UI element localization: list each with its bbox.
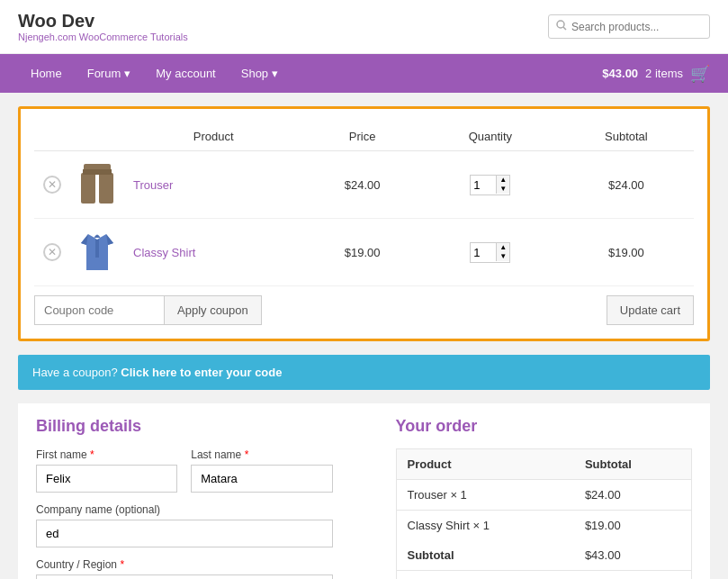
order-item-name: Classy Shirt × 1 bbox=[396, 511, 574, 541]
order-subtotal-row: Subtotal $43.00 bbox=[396, 540, 692, 571]
billing-section: Billing details First name * Last name * bbox=[18, 403, 351, 579]
subtotal-value: $43.00 bbox=[574, 540, 692, 571]
first-name-field: First name * bbox=[36, 448, 177, 493]
col-quantity: Quantity bbox=[422, 122, 559, 151]
required-star: * bbox=[90, 448, 94, 461]
coupon-notice-text: Have a coupon? bbox=[32, 366, 118, 379]
nav-item-home[interactable]: Home bbox=[18, 54, 75, 93]
last-name-label: Last name * bbox=[191, 448, 332, 461]
cart-count: 2 items bbox=[645, 67, 683, 80]
order-row: Classy Shirt × 1 $19.00 bbox=[396, 511, 692, 541]
required-star: * bbox=[245, 448, 249, 461]
order-item-subtotal: $24.00 bbox=[574, 480, 692, 511]
product-link[interactable]: Trouser bbox=[133, 178, 173, 192]
chevron-down-icon: ▾ bbox=[124, 67, 130, 80]
order-section: Your order Product Subtotal Trouser × 1 … bbox=[378, 403, 711, 579]
remove-item-button[interactable]: ✕ bbox=[43, 243, 61, 261]
cart-row: ✕ Trouser $24.00 ▲ ▼ $24.00 bbox=[34, 151, 694, 219]
product-subtotal: $19.00 bbox=[559, 219, 694, 286]
company-input[interactable] bbox=[36, 520, 333, 547]
col-remove bbox=[34, 122, 70, 151]
quantity-input[interactable] bbox=[471, 243, 496, 262]
order-item-subtotal: $19.00 bbox=[574, 511, 692, 541]
remove-item-button[interactable]: ✕ bbox=[43, 176, 61, 194]
company-row: Company name (optional) bbox=[36, 503, 333, 547]
cart-info[interactable]: $43.00 2 items 🛒 bbox=[602, 64, 710, 84]
product-image bbox=[79, 230, 115, 275]
svg-point-0 bbox=[557, 21, 564, 28]
order-total-row: Total $43.00 bbox=[396, 571, 692, 580]
svg-rect-4 bbox=[99, 173, 113, 204]
checkout-grid: Billing details First name * Last name * bbox=[18, 403, 710, 579]
nav-left: Home Forum ▾ My account Shop ▾ bbox=[18, 54, 291, 93]
order-table: Product Subtotal Trouser × 1 $24.00 Clas… bbox=[396, 448, 693, 579]
name-row: First name * Last name * bbox=[36, 448, 333, 493]
qty-up-button[interactable]: ▲ bbox=[497, 176, 509, 185]
order-col-product: Product bbox=[396, 449, 574, 480]
cart-icon: 🛒 bbox=[690, 64, 710, 84]
apply-coupon-button[interactable]: Apply coupon bbox=[165, 295, 262, 325]
nav-item-forum[interactable]: Forum ▾ bbox=[75, 54, 144, 93]
main-content: Product Price Quantity Subtotal ✕ Trouse… bbox=[0, 93, 728, 579]
required-star: * bbox=[120, 558, 124, 571]
coupon-notice-link[interactable]: Click here to enter your code bbox=[121, 366, 282, 379]
order-row: Trouser × 1 $24.00 bbox=[396, 480, 692, 511]
billing-title: Billing details bbox=[36, 417, 333, 436]
nav-item-myaccount[interactable]: My account bbox=[143, 54, 228, 93]
country-select-wrap: Kenya Uganda Tanzania United States bbox=[36, 574, 333, 579]
product-quantity: ▲ ▼ bbox=[422, 151, 559, 219]
svg-rect-6 bbox=[95, 240, 99, 258]
coupon-left: Apply coupon bbox=[34, 295, 262, 325]
col-product: Product bbox=[124, 122, 302, 151]
cart-amount: $43.00 bbox=[602, 67, 638, 80]
cart-row: ✕ Classy Shirt $19.00 ▲ ▼ bbox=[34, 219, 694, 286]
site-subtitle: Njengeh.com WooCommerce Tutorials bbox=[18, 32, 188, 42]
site-title: Woo Dev bbox=[18, 11, 188, 32]
search-input[interactable] bbox=[571, 21, 702, 33]
search-icon bbox=[556, 20, 567, 33]
quantity-input[interactable] bbox=[471, 176, 496, 195]
svg-line-1 bbox=[563, 27, 566, 30]
country-select[interactable]: Kenya Uganda Tanzania United States bbox=[36, 574, 333, 579]
total-value: $43.00 bbox=[574, 571, 692, 580]
coupon-notice: Have a coupon? Click here to enter your … bbox=[18, 355, 710, 390]
cart-container: Product Price Quantity Subtotal ✕ Trouse… bbox=[18, 106, 710, 341]
product-image bbox=[79, 162, 115, 207]
subtotal-label: Subtotal bbox=[396, 540, 574, 571]
update-cart-button[interactable]: Update cart bbox=[607, 295, 694, 325]
last-name-field: Last name * bbox=[191, 448, 332, 493]
cart-table: Product Price Quantity Subtotal ✕ Trouse… bbox=[34, 122, 694, 286]
country-label: Country / Region * bbox=[36, 558, 333, 571]
subtitle-link[interactable]: Njengeh.com WooCommerce Tutorials bbox=[18, 32, 188, 42]
qty-up-button[interactable]: ▲ bbox=[497, 243, 509, 252]
product-subtotal: $24.00 bbox=[559, 151, 694, 219]
product-quantity: ▲ ▼ bbox=[422, 219, 559, 286]
qty-down-button[interactable]: ▼ bbox=[497, 252, 509, 261]
svg-rect-3 bbox=[81, 173, 95, 204]
total-label: Total bbox=[396, 571, 574, 580]
svg-rect-5 bbox=[83, 169, 112, 175]
last-name-input[interactable] bbox=[191, 465, 332, 493]
chevron-down-icon: ▾ bbox=[272, 67, 278, 80]
company-label: Company name (optional) bbox=[36, 503, 333, 516]
country-row: Country / Region * Kenya Uganda Tanzania… bbox=[36, 558, 333, 579]
search-bar bbox=[548, 14, 710, 39]
product-link[interactable]: Classy Shirt bbox=[133, 246, 195, 259]
order-item-name: Trouser × 1 bbox=[396, 480, 574, 511]
site-nav: Home Forum ▾ My account Shop ▾ $43.00 2 … bbox=[0, 54, 728, 93]
order-col-subtotal: Subtotal bbox=[574, 449, 692, 480]
order-title: Your order bbox=[396, 417, 693, 436]
col-price: Price bbox=[302, 122, 422, 151]
coupon-input[interactable] bbox=[34, 295, 165, 325]
first-name-label: First name * bbox=[36, 448, 177, 461]
product-price: $24.00 bbox=[302, 151, 422, 219]
col-image bbox=[70, 122, 124, 151]
coupon-row: Apply coupon Update cart bbox=[34, 295, 694, 325]
site-branding: Woo Dev Njengeh.com WooCommerce Tutorial… bbox=[18, 11, 188, 42]
qty-down-button[interactable]: ▼ bbox=[497, 185, 509, 194]
col-subtotal: Subtotal bbox=[559, 122, 694, 151]
product-price: $19.00 bbox=[302, 219, 422, 286]
site-header: Woo Dev Njengeh.com WooCommerce Tutorial… bbox=[0, 0, 728, 54]
nav-item-shop[interactable]: Shop ▾ bbox=[229, 54, 291, 93]
first-name-input[interactable] bbox=[36, 465, 177, 493]
